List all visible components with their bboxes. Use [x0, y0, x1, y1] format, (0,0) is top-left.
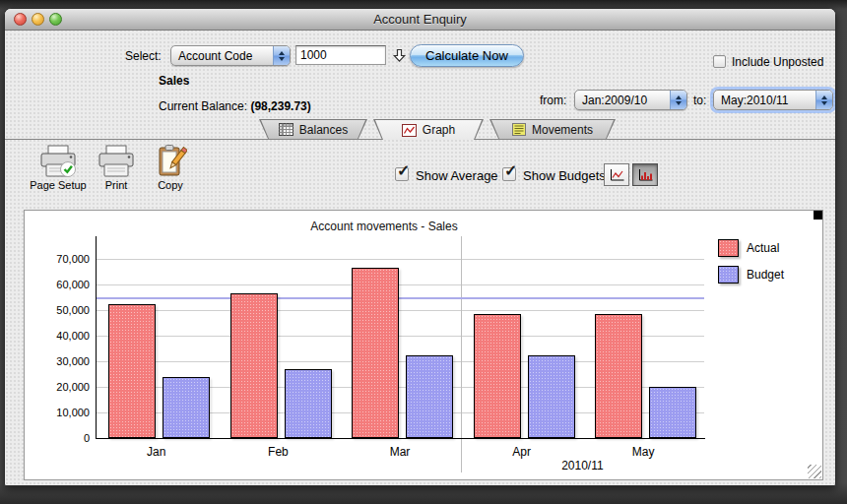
- y-axis-tick-label: 60,000: [38, 279, 90, 290]
- from-label: from:: [540, 94, 566, 107]
- y-axis-tick-label: 10,000: [38, 407, 90, 418]
- chart-gridline: [96, 310, 704, 311]
- show-budgets-checkbox[interactable]: ✓: [502, 167, 516, 181]
- x-axis-label-may: May: [609, 445, 678, 459]
- window-title: Account Enquiry: [5, 9, 835, 31]
- resize-grip[interactable]: [808, 465, 821, 478]
- y-axis-tick-label: 0: [38, 432, 90, 444]
- chart-gridline: [96, 259, 704, 260]
- chart-gridline: [96, 284, 704, 285]
- print-button[interactable]: Print: [94, 145, 139, 191]
- current-balance-value: (98,239.73): [250, 99, 310, 113]
- line-chart-icon: [402, 124, 417, 137]
- copy-button[interactable]: Copy: [149, 145, 192, 191]
- screen: Account Enquiry Select: Account Code Cal…: [0, 0, 847, 504]
- minimize-icon[interactable]: [32, 13, 44, 26]
- y-axis-tick-label: 70,000: [38, 253, 90, 265]
- tab-movements[interactable]: Movements: [489, 119, 616, 139]
- x-axis-label-mar: Mar: [365, 445, 434, 459]
- bar-budget-may: [649, 387, 696, 438]
- year-group-label: 2010/11: [543, 459, 621, 472]
- calculate-now-label: Calculate Now: [425, 48, 508, 63]
- legend-label-budget: Budget: [747, 268, 784, 282]
- account-code-input[interactable]: [295, 45, 386, 65]
- bar-chart-icon: [637, 168, 654, 182]
- calculate-now-button[interactable]: Calculate Now: [410, 44, 524, 67]
- select-dropdown[interactable]: Account Code: [170, 45, 291, 66]
- legend-swatch-actual: [718, 239, 739, 257]
- to-label: to:: [693, 94, 706, 107]
- print-label: Print: [105, 179, 128, 191]
- bar-actual-may: [595, 314, 642, 438]
- checkmark-icon: ✓: [397, 161, 410, 180]
- page-setup-button[interactable]: Page Setup: [27, 145, 90, 191]
- from-dropdown-value: Jan:2009/10: [575, 94, 670, 107]
- printer-icon: [97, 145, 136, 178]
- tab-graph-label: Graph: [423, 123, 455, 137]
- y-axis-tick-label: 50,000: [38, 304, 90, 316]
- tab-graph[interactable]: Graph: [373, 119, 484, 140]
- clipboard-pencil-icon: [154, 145, 187, 178]
- list-document-icon: [512, 123, 526, 136]
- include-unposted-checkbox[interactable]: [713, 55, 726, 68]
- show-budgets-label: Show Budgets: [523, 168, 606, 183]
- title-bar: Account Enquiry: [5, 9, 835, 31]
- legend-label-actual: Actual: [747, 241, 779, 255]
- legend-swatch-budget: [718, 266, 739, 284]
- page-setup-label: Page Setup: [30, 179, 87, 191]
- bar-actual-jan: [108, 304, 156, 439]
- bar-actual-mar: [352, 268, 399, 438]
- account-name: Sales: [159, 74, 189, 88]
- account-enquiry-window: Account Enquiry Select: Account Code Cal…: [4, 8, 836, 486]
- show-average-label: Show Average: [416, 168, 498, 183]
- from-dropdown[interactable]: Jan:2009/10: [574, 90, 687, 110]
- tab-balances[interactable]: Balances: [259, 119, 367, 139]
- bar-actual-feb: [230, 293, 278, 438]
- include-unposted-label: Include Unposted: [732, 55, 823, 69]
- zoom-icon[interactable]: [49, 13, 62, 26]
- popup-arrows-icon: [670, 91, 686, 109]
- chart-panel: Account movements - Sales 010,00020,0003…: [24, 210, 823, 480]
- chart-plot: 010,00020,00030,00040,00050,00060,00070,…: [25, 211, 822, 479]
- y-axis-tick-label: 30,000: [38, 355, 90, 367]
- average-line: [96, 297, 704, 299]
- close-icon[interactable]: [14, 13, 27, 26]
- hollow-down-arrow-icon[interactable]: [392, 48, 407, 63]
- to-dropdown-value: May:2010/11: [714, 94, 815, 107]
- y-axis-tick-label: 20,000: [38, 381, 90, 393]
- popup-arrows-icon: [815, 91, 832, 109]
- select-label: Select:: [125, 49, 162, 63]
- show-average-checkbox[interactable]: ✓: [395, 167, 409, 181]
- select-dropdown-value: Account Code: [171, 49, 273, 63]
- grid-table-icon: [279, 123, 293, 136]
- line-chart-icon: [609, 168, 625, 182]
- tab-movements-label: Movements: [532, 123, 593, 137]
- y-axis-tick-label: 40,000: [38, 330, 90, 342]
- bar-budget-mar: [406, 355, 453, 439]
- bar-chart-type-button[interactable]: [632, 163, 658, 186]
- x-axis-label-jan: Jan: [122, 445, 191, 459]
- x-axis-label-apr: Apr: [488, 445, 556, 459]
- line-chart-type-button[interactable]: [604, 163, 629, 186]
- copy-label: Copy: [158, 179, 183, 191]
- to-dropdown[interactable]: May:2010/11: [713, 90, 833, 110]
- bar-budget-apr: [528, 355, 575, 439]
- checkmark-icon: ✓: [504, 161, 517, 180]
- x-axis-label-feb: Feb: [243, 445, 312, 459]
- bar-actual-apr: [474, 314, 521, 438]
- year-divider-line: [461, 236, 462, 472]
- bar-budget-feb: [285, 369, 332, 438]
- current-balance: Current Balance: (98,239.73): [159, 99, 311, 113]
- x-axis-line: [96, 438, 705, 439]
- bar-budget-jan: [163, 377, 210, 438]
- tab-balances-label: Balances: [299, 123, 348, 137]
- printer-check-icon: [38, 145, 78, 178]
- y-axis-line: [96, 236, 97, 438]
- current-balance-label: Current Balance:: [159, 99, 247, 113]
- popup-arrows-icon: [273, 46, 290, 65]
